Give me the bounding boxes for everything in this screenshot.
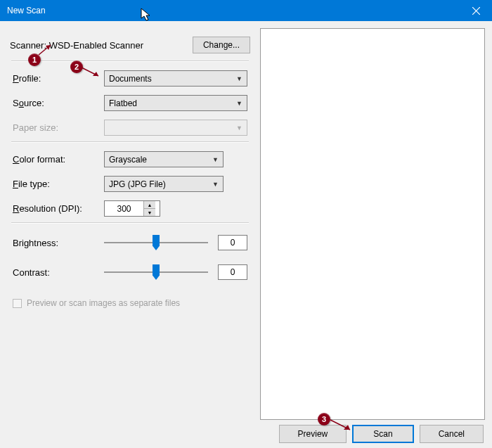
file-type-value: JPG (JPG File) (109, 179, 166, 189)
title-bar: New Scan (0, 0, 492, 21)
dialog-body: Scanner: WSD-Enabled Scanner Change... 1… (0, 21, 492, 420)
paper-size-combo: ▼ (104, 120, 247, 136)
close-button[interactable] (460, 0, 492, 21)
divider (11, 222, 249, 224)
chevron-down-icon: ▼ (212, 156, 219, 163)
brightness-value[interactable] (218, 235, 247, 250)
separate-files-checkbox (13, 299, 22, 308)
slider-thumb[interactable] (153, 264, 160, 280)
annotation-badge-2: 2 (70, 60, 83, 73)
color-format-combo[interactable]: Grayscale ▼ (104, 151, 224, 167)
source-combo[interactable]: Flatbed ▼ (104, 95, 247, 111)
file-type-combo[interactable]: JPG (JPG File) ▼ (104, 176, 224, 192)
scanner-label: Scanner: WSD-Enabled Scanner (10, 40, 143, 51)
change-button[interactable]: Change... (193, 37, 250, 53)
source-label: Source: (13, 98, 104, 108)
annotation-badge-1: 1 (28, 53, 41, 66)
resolution-label: Resolution (DPI): (13, 203, 104, 214)
chevron-down-icon: ▼ (236, 100, 242, 107)
contrast-label: Contrast: (13, 267, 104, 278)
file-type-label: File type: (13, 179, 104, 189)
color-format-label: Color format: (13, 154, 104, 165)
contrast-value[interactable] (218, 264, 247, 280)
scan-button[interactable]: Scan (352, 425, 413, 443)
spin-up-button[interactable]: ▲ (144, 201, 155, 209)
brightness-slider[interactable] (104, 242, 208, 243)
spin-down-button[interactable]: ▼ (144, 209, 155, 216)
resolution-input[interactable] (105, 204, 143, 214)
paper-size-label: Paper size: (13, 122, 104, 133)
dialog-footer: Preview Scan Cancel (0, 420, 492, 448)
chevron-down-icon: ▼ (236, 75, 242, 82)
close-icon (472, 7, 480, 15)
profile-value: Documents (109, 74, 152, 84)
contrast-slider[interactable] (104, 271, 208, 273)
source-value: Flatbed (109, 98, 137, 108)
brightness-label: Brightness: (13, 238, 104, 248)
divider (11, 141, 249, 143)
preview-area (260, 28, 485, 420)
chevron-down-icon: ▼ (236, 124, 242, 132)
profile-combo[interactable]: Documents ▼ (104, 70, 247, 87)
color-format-value: Grayscale (109, 155, 147, 165)
slider-thumb[interactable] (153, 235, 160, 250)
separate-files-checkbox-row: Preview or scan images as separate files (7, 287, 253, 314)
preview-button[interactable]: Preview (279, 425, 347, 443)
cancel-button[interactable]: Cancel (420, 425, 484, 443)
resolution-spinner[interactable]: ▲ ▼ (104, 200, 160, 217)
divider (11, 60, 249, 62)
profile-label: Profile: (13, 73, 104, 84)
window-title: New Scan (7, 6, 46, 15)
settings-panel: Scanner: WSD-Enabled Scanner Change... 1… (7, 28, 253, 420)
chevron-down-icon: ▼ (212, 181, 219, 188)
annotation-badge-3: 3 (318, 413, 330, 425)
separate-files-label: Preview or scan images as separate files (27, 298, 180, 308)
